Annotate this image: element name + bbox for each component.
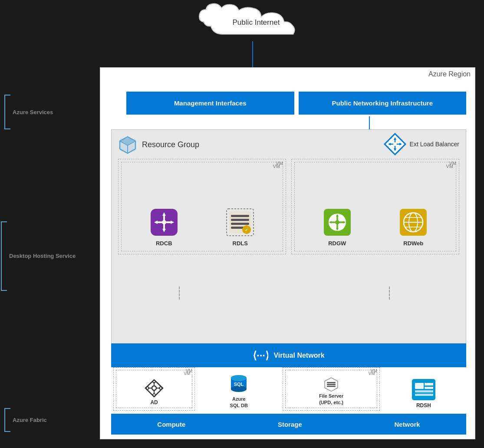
vm-inner-right-label: VM: [446, 164, 454, 169]
rdgw-component: RDGW: [322, 207, 352, 247]
svg-text:⟨···⟩: ⟨···⟩: [253, 349, 268, 361]
file-server-vm-inner: VM File Server(UPD, etc.): [285, 370, 377, 408]
rdcb-component: RDCB: [149, 207, 179, 247]
rdls-label: RDLS: [233, 240, 248, 247]
rdweb-component: RDWeb: [398, 207, 428, 247]
svg-rect-67: [415, 383, 424, 389]
svg-rect-71: [415, 394, 433, 396]
azure-services-text: Azure Services: [13, 109, 53, 115]
ad-label: AD: [150, 399, 158, 405]
rdweb-icon: [398, 207, 428, 237]
fabric-bar: Compute Storage Network: [111, 414, 466, 435]
management-interfaces-button[interactable]: Management Interfaces: [126, 92, 294, 115]
svg-point-48: [152, 386, 156, 390]
ext-lb-icon: [384, 133, 406, 155]
svg-rect-68: [425, 383, 433, 385]
svg-rect-70: [415, 390, 433, 392]
rdsh-icon: [411, 378, 437, 402]
svg-text:✓: ✓: [245, 228, 248, 232]
vnet-icon: ⟨···⟩: [253, 349, 268, 362]
top-buttons-row: Management Interfaces Public Networking …: [126, 92, 466, 115]
rdsh-vm: RDSH: [383, 367, 464, 411]
rdsh-label: RDSH: [416, 402, 431, 408]
sql-vm: SQL AzureSQL DB: [198, 367, 279, 411]
right-vms-to-vnet-connector: [389, 287, 390, 300]
cloud-to-network-connector: [252, 41, 253, 69]
svg-point-59: [231, 386, 247, 392]
vm-top-row: VM VM: [118, 159, 459, 254]
svg-rect-25: [231, 215, 249, 217]
sql-icon: SQL: [227, 372, 251, 396]
fabric-network: Network: [394, 421, 420, 428]
rdgw-icon: [322, 207, 352, 237]
vm-inner-left: VM: [121, 162, 283, 251]
vm-inner-left-label: VM: [273, 164, 280, 169]
cloud-container: Public Internet: [187, 2, 326, 43]
file-server-vm-outer: VM VM File Server(UPD, etc.): [283, 367, 379, 411]
ad-vm-inner: VM AD: [116, 370, 192, 408]
file-server-inner-label: VM: [369, 371, 375, 376]
svg-text:SQL: SQL: [234, 382, 244, 387]
file-server-icon: [320, 377, 342, 392]
svg-rect-27: [231, 223, 249, 225]
svg-rect-65: [327, 386, 336, 387]
rdls-icon: ✓: [225, 207, 255, 237]
azure-region-label: Azure Region: [428, 70, 471, 78]
rdcb-label: RDCB: [156, 240, 172, 247]
svg-rect-69: [425, 387, 433, 389]
rdcb-icon: [149, 207, 179, 237]
svg-rect-63: [327, 382, 336, 383]
cloud-label: Public Internet: [233, 18, 280, 26]
ext-lb-section: Ext Load Balancer: [384, 133, 459, 155]
cloud-icon: Public Internet: [191, 2, 321, 41]
vm-inner-right: VM: [294, 162, 456, 251]
bottom-vms-section: VM VM AD: [111, 367, 466, 411]
desktop-hosting-text: Desktop Hosting Service: [9, 252, 76, 260]
sql-label: AzureSQL DB: [230, 396, 248, 408]
azure-fabric-label: Azure Fabric: [4, 408, 47, 432]
desktop-hosting-label: Desktop Hosting Service: [1, 221, 76, 291]
vnet-label: Virtual Network: [273, 352, 324, 359]
rg-header: Resource Group Ext Load Balancer: [118, 135, 459, 155]
ad-vm-inner-label: VM: [184, 371, 190, 376]
vm-outer-right: VM VM: [291, 159, 459, 254]
svg-point-22: [162, 220, 166, 224]
vm-outer-left: VM VM: [118, 159, 286, 254]
svg-marker-6: [385, 134, 405, 155]
network-to-lb-connector: [369, 116, 370, 129]
vnet-bar: ⟨···⟩ Virtual Network: [111, 343, 466, 367]
rg-title: Resource Group: [142, 140, 199, 149]
fabric-storage: Storage: [278, 421, 302, 428]
svg-rect-64: [327, 384, 336, 385]
ad-vm-outer: VM VM AD: [113, 367, 195, 411]
azure-services-label: Azure Services: [4, 95, 53, 129]
fabric-compute: Compute: [157, 421, 185, 428]
ext-lb-label: Ext Load Balancer: [410, 141, 459, 148]
azure-region-container: Azure Region Management Interfaces Publi…: [100, 67, 475, 439]
svg-rect-66: [412, 379, 435, 400]
svg-point-39: [335, 220, 339, 224]
public-networking-button[interactable]: Public Networking Infrastructure: [299, 92, 467, 115]
svg-rect-26: [231, 219, 249, 221]
resource-group-box: Resource Group Ext Load Balancer: [111, 129, 466, 367]
svg-point-60: [231, 375, 247, 381]
rdgw-label: RDGW: [328, 240, 346, 247]
rdls-component: ✓ RDLS: [225, 207, 255, 247]
file-server-label: File Server(UPD, etc.): [319, 393, 343, 405]
ad-icon: [145, 379, 164, 398]
resource-group-icon: [118, 135, 138, 155]
azure-fabric-text: Azure Fabric: [13, 417, 47, 423]
left-vms-to-vnet-connector: [179, 287, 180, 300]
rdweb-label: RDWeb: [403, 240, 423, 247]
